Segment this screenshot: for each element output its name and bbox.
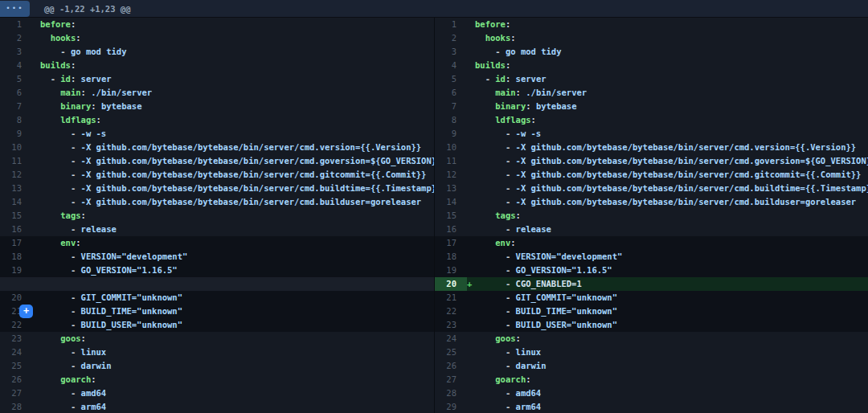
code-token: darwin: [81, 361, 112, 370]
diff-row: 20 - GIT_COMMIT="unknown": [0, 291, 434, 305]
code-token: -X github.com/bytebase/bytebase/bin/serv…: [81, 170, 427, 179]
line-number[interactable]: 26: [0, 373, 32, 386]
line-number[interactable]: 11: [0, 154, 32, 168]
line-number[interactable]: 1: [435, 18, 467, 31]
line-number[interactable]: 11: [435, 154, 467, 168]
diff-row: 14 - -X github.com/bytebase/bytebase/bin…: [435, 195, 868, 209]
line-number[interactable]: 16: [435, 223, 467, 236]
line-number[interactable]: 28: [0, 400, 32, 413]
line-number[interactable]: 17: [435, 236, 467, 250]
code-token: -: [475, 361, 516, 370]
code-token: hooks: [51, 33, 76, 43]
line-number[interactable]: 7: [435, 100, 467, 113]
line-number[interactable]: 9: [0, 127, 32, 141]
add-comment-button[interactable]: +: [19, 305, 33, 318]
code-token: -: [475, 224, 516, 234]
line-number[interactable]: 4: [0, 59, 32, 72]
line-number[interactable]: 2: [0, 31, 32, 45]
line-number[interactable]: 8: [435, 113, 467, 127]
line-number[interactable]: 18: [0, 250, 32, 264]
line-number[interactable]: 17: [0, 236, 32, 250]
code-token: -X github.com/bytebase/bytebase/bin/serv…: [516, 142, 857, 152]
line-number[interactable]: 6: [435, 86, 467, 100]
code-token: -X github.com/bytebase/bytebase/bin/serv…: [81, 142, 422, 152]
line-number[interactable]: 29: [435, 400, 467, 413]
expand-diff-button[interactable]: •••: [0, 1, 30, 17]
code-token: -X github.com/bytebase/bytebase/bin/serv…: [516, 183, 868, 193]
line-number[interactable]: 9: [435, 127, 467, 141]
diff-pane-old: 1before:2 hooks:3 - go mod tidy4builds:5…: [0, 18, 434, 413]
line-number[interactable]: 22: [435, 305, 467, 318]
code-token: [475, 333, 495, 343]
code-line: - release: [475, 223, 868, 236]
diff-row: 17 env:: [435, 236, 868, 250]
line-number[interactable]: 21: [435, 291, 467, 305]
code-line: - CGO_ENABLED=1: [475, 277, 868, 291]
line-number[interactable]: 13: [435, 182, 467, 195]
code-token: go mod tidy: [506, 47, 562, 56]
code-token: BUILD_USER="unknown": [516, 320, 617, 329]
code-line: - -X github.com/bytebase/bytebase/bin/se…: [40, 195, 434, 209]
line-number[interactable]: 10: [435, 141, 467, 154]
line-number[interactable]: 25: [435, 346, 467, 359]
code-token: before: [475, 19, 506, 29]
line-number[interactable]: 18: [435, 250, 467, 264]
code-token: linux: [81, 347, 107, 357]
line-number[interactable]: 15: [435, 209, 467, 223]
line-number[interactable]: 2: [435, 31, 467, 45]
line-number[interactable]: 5: [435, 72, 467, 86]
code-line: binary: bytebase: [475, 100, 868, 113]
line-number[interactable]: 12: [0, 168, 32, 182]
line-number[interactable]: 12: [435, 168, 467, 182]
line-number[interactable]: 14: [435, 195, 467, 209]
line-number[interactable]: 24: [0, 346, 32, 359]
code-token: :: [76, 238, 80, 247]
line-number[interactable]: 13: [0, 182, 32, 195]
code-token: -: [40, 183, 81, 193]
line-number[interactable]: 1: [0, 18, 32, 31]
line-number[interactable]: 24: [435, 332, 467, 346]
code-line: hooks:: [475, 31, 868, 45]
code-token: -X github.com/bytebase/bytebase/bin/serv…: [81, 197, 422, 206]
line-number[interactable]: 5: [0, 72, 32, 86]
line-number[interactable]: 20: [0, 291, 32, 305]
code-token: release: [516, 224, 551, 234]
diff-row: 27 - amd64: [0, 386, 434, 400]
code-token: id: [495, 74, 506, 84]
line-number[interactable]: 19: [0, 264, 32, 277]
line-number[interactable]: 3: [0, 45, 32, 59]
code-line: - darwin: [40, 359, 434, 373]
diff-row: 4builds:: [0, 59, 434, 72]
diff-row: 14 - -X github.com/bytebase/bytebase/bin…: [0, 195, 434, 209]
line-number[interactable]: 3: [435, 45, 467, 59]
code-token: arm64: [81, 402, 107, 411]
line-number[interactable]: 26: [435, 359, 467, 373]
line-number[interactable]: 25: [0, 359, 32, 373]
line-number[interactable]: 20: [435, 277, 467, 291]
code-token: [475, 238, 495, 247]
line-number[interactable]: 22: [0, 318, 32, 332]
line-number[interactable]: 28: [435, 386, 467, 400]
code-token: -: [40, 74, 60, 84]
code-token: :: [516, 333, 521, 343]
line-number[interactable]: 8: [0, 113, 32, 127]
code-line: binary: bytebase: [40, 100, 434, 113]
line-number[interactable]: 27: [0, 386, 32, 400]
line-number[interactable]: 16: [0, 223, 32, 236]
line-number[interactable]: 10: [0, 141, 32, 154]
code-token: -: [40, 224, 81, 234]
line-number[interactable]: 6: [0, 86, 32, 100]
code-token: main: [495, 88, 515, 97]
line-number[interactable]: 7: [0, 100, 32, 113]
line-number[interactable]: 27: [435, 373, 467, 386]
line-number[interactable]: 14: [0, 195, 32, 209]
code-line: builds:: [475, 59, 868, 72]
code-token: -: [475, 388, 516, 398]
code-line: - BUILD_USER="unknown": [475, 318, 868, 332]
line-number[interactable]: 15: [0, 209, 32, 223]
line-number[interactable]: 19: [435, 264, 467, 277]
line-number[interactable]: 4: [435, 59, 467, 72]
line-number[interactable]: 23: [0, 332, 32, 346]
code-token: -: [475, 306, 516, 316]
line-number[interactable]: 23: [435, 318, 467, 332]
